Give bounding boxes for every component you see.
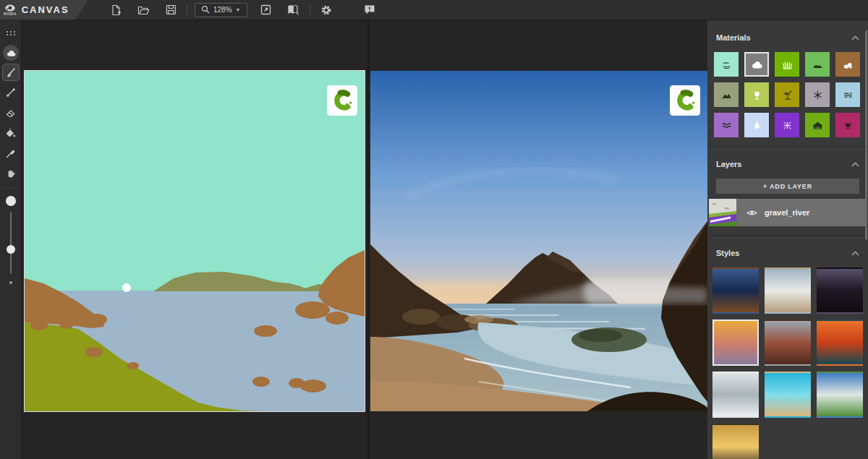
style-ocean-sunset[interactable] xyxy=(817,319,863,366)
material-sea-tile[interactable] xyxy=(835,82,860,107)
brush-tool[interactable] xyxy=(2,64,20,81)
picker-tool[interactable] xyxy=(2,145,20,162)
topbar: NVIDIA CANVAS 128% ▼ xyxy=(0,0,868,20)
settings-button[interactable] xyxy=(318,2,335,18)
segmentation-canvas[interactable] xyxy=(25,71,365,411)
picker-icon xyxy=(5,148,16,159)
style-alpine-lake[interactable] xyxy=(817,372,863,418)
material-flower-tile[interactable] xyxy=(775,113,799,137)
styles-section-header[interactable]: Styles xyxy=(707,246,868,260)
hand-tool[interactable] xyxy=(2,165,20,182)
layer-row[interactable]: gravel_river xyxy=(709,199,867,226)
layer-thumbnail xyxy=(709,199,736,226)
cloud-icon xyxy=(751,60,762,69)
fill-tool[interactable] xyxy=(2,124,20,142)
nvidia-canvas-window: NVIDIA CANVAS 128% ▼ xyxy=(0,0,868,459)
material-cloud-icon xyxy=(6,49,16,57)
material-water-tile[interactable] xyxy=(744,113,769,137)
materials-grid xyxy=(707,45,868,137)
eraser-tool[interactable] xyxy=(2,104,20,121)
material-snow-tile[interactable] xyxy=(805,82,830,107)
save-button[interactable] xyxy=(162,2,179,18)
rock-icon xyxy=(843,59,854,70)
chevron-down-icon: ▼ xyxy=(236,7,241,12)
slider-track xyxy=(10,212,12,274)
canvas-watermark-icon xyxy=(327,85,357,116)
river-icon xyxy=(721,120,732,131)
material-cloud-tile[interactable] xyxy=(744,52,769,77)
material-rock-tile[interactable] xyxy=(835,52,860,77)
render-canvas[interactable] xyxy=(370,71,707,411)
style-sunset-fog[interactable] xyxy=(712,319,759,366)
material-dirt-tile[interactable] xyxy=(835,113,860,137)
separator xyxy=(310,4,310,16)
materials-section-header[interactable]: Materials xyxy=(707,30,868,45)
nvidia-brand-text: NVIDIA xyxy=(4,13,17,17)
sea-icon xyxy=(843,90,854,100)
add-layer-button[interactable]: + ADD LAYER xyxy=(716,179,859,194)
divider xyxy=(707,146,868,147)
material-palm-tile[interactable] xyxy=(775,82,799,107)
sidebar-scrollbar[interactable] xyxy=(865,30,867,240)
material-grass-tile[interactable] xyxy=(775,52,799,77)
app-title: CANVAS xyxy=(22,4,69,15)
tool-palette xyxy=(0,20,22,459)
snow-icon xyxy=(812,90,823,100)
style-starry-arch[interactable] xyxy=(817,267,863,314)
feedback-button[interactable] xyxy=(361,2,378,18)
palm-icon xyxy=(782,90,793,100)
pane-divider xyxy=(367,20,369,459)
material-hill-tile[interactable] xyxy=(805,52,830,77)
style-cloud-mountains[interactable] xyxy=(765,267,811,314)
separator xyxy=(187,4,187,16)
material-sky-tile[interactable] xyxy=(714,52,739,77)
material-cloud-tool[interactable] xyxy=(3,45,19,61)
style-tropical-beach[interactable] xyxy=(765,372,811,418)
slider-knob[interactable] xyxy=(7,245,15,254)
brush-size-slider[interactable] xyxy=(6,212,16,274)
style-misty-peaks[interactable] xyxy=(712,372,759,418)
style-red-peak[interactable] xyxy=(765,319,811,366)
divider xyxy=(707,235,868,236)
app-logo-block: NVIDIA CANVAS xyxy=(0,0,88,20)
fit-screen-button[interactable] xyxy=(258,2,275,18)
mountain-icon xyxy=(721,90,732,100)
new-file-button[interactable] xyxy=(107,2,124,18)
compare-views-button[interactable] xyxy=(285,2,302,18)
chevron-up-icon xyxy=(851,162,859,167)
water-icon xyxy=(752,120,762,130)
flower-icon xyxy=(782,120,793,131)
material-river-tile[interactable] xyxy=(714,113,739,137)
drag-handle-icon xyxy=(6,30,16,36)
line-tool[interactable] xyxy=(2,84,20,101)
style-golden-sunset[interactable] xyxy=(712,424,759,459)
app-actions xyxy=(318,2,378,18)
layers-section-header[interactable]: Layers xyxy=(707,157,868,171)
layer-visibility-toggle[interactable] xyxy=(746,209,757,217)
layers-title: Layers xyxy=(716,160,741,168)
styles-grid xyxy=(707,260,868,459)
drag-handle-tool[interactable] xyxy=(2,25,20,42)
sidebar: Materials Layers + ADD LAYER gravel_rive… xyxy=(707,20,868,459)
zoom-control[interactable]: 128% ▼ xyxy=(195,3,247,17)
styles-title: Styles xyxy=(716,249,739,257)
sky-icon xyxy=(721,59,732,70)
nvidia-logo-icon: NVIDIA xyxy=(4,4,17,17)
house-icon xyxy=(812,120,823,131)
file-actions xyxy=(107,2,179,18)
zoom-level: 128% xyxy=(213,6,232,14)
chevron-up-icon xyxy=(851,35,859,40)
material-mountain-tile[interactable] xyxy=(714,82,739,107)
brush-icon xyxy=(5,67,16,78)
workspace xyxy=(22,20,707,459)
fill-icon xyxy=(5,128,16,139)
chevron-up-icon xyxy=(851,251,859,256)
eraser-icon xyxy=(5,108,16,118)
material-house-tile[interactable] xyxy=(805,113,830,137)
material-tree-tile[interactable] xyxy=(744,82,769,107)
magnifier-icon xyxy=(201,4,210,17)
grass-icon xyxy=(782,59,793,70)
style-night-mesas[interactable] xyxy=(712,267,759,314)
brush-size-preview xyxy=(6,196,16,206)
open-file-button[interactable] xyxy=(135,2,152,18)
